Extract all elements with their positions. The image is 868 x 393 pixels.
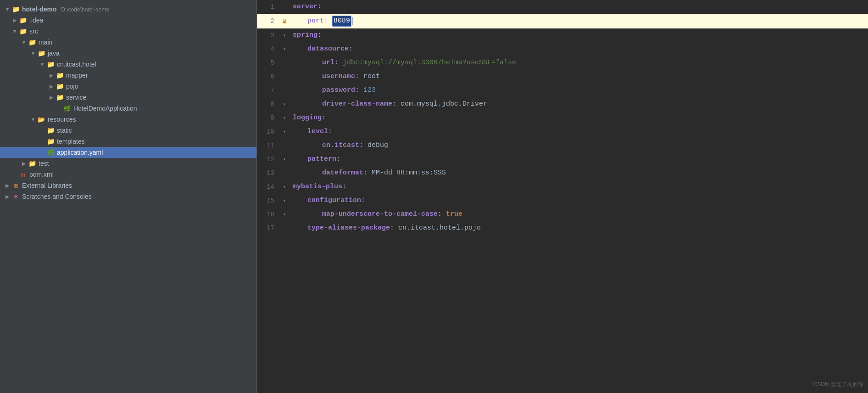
- gutter-1: [280, 0, 289, 14]
- line-content-11: cn.itcast: debug: [289, 139, 868, 152]
- line-content-15: configuration:: [289, 194, 868, 208]
- pojo-folder-icon: 📁: [55, 83, 64, 90]
- gutter-4: ▾: [280, 42, 289, 56]
- gutter-5: [280, 56, 289, 70]
- tree-item-service[interactable]: ▶ 📁 service: [0, 92, 256, 103]
- code-line-2: 2 🔒 port: 8089: [257, 14, 868, 28]
- service-label: service: [66, 94, 86, 101]
- line-num-7: 7: [257, 84, 280, 97]
- line-content-9: logging:: [289, 111, 868, 125]
- main-arrow: ▼: [20, 39, 28, 45]
- scratches-arrow: ▶: [4, 194, 11, 200]
- line-num-1: 1: [257, 0, 280, 14]
- tree-item-ext-libraries[interactable]: ▶ ▦ External Libraries: [0, 180, 256, 191]
- hotel-app-label: HotelDemoApplication: [73, 105, 137, 112]
- tree-item-application-yaml[interactable]: 🌿 application.yaml: [0, 147, 256, 158]
- gutter-16: ▾: [280, 208, 289, 221]
- gutter-12: ▾: [280, 152, 289, 166]
- templates-label: templates: [57, 138, 85, 145]
- tree-root[interactable]: ▼ 📁 hotel-demo D:\code\hotel-demo: [0, 4, 256, 15]
- code-line-15: 15 ▾ configuration:: [257, 194, 868, 208]
- java-folder-icon: 📁: [37, 50, 46, 57]
- tree-item-test[interactable]: ▶ 📁 test: [0, 158, 256, 169]
- java-arrow: ▼: [29, 51, 37, 56]
- gutter-15: ▾: [280, 194, 289, 208]
- line-num-11: 11: [257, 139, 280, 152]
- code-line-7: 7 password: 123: [257, 84, 868, 97]
- tree-item-resources[interactable]: ▼ 📂 resources: [0, 114, 256, 125]
- src-label: src: [29, 28, 38, 35]
- resources-label: resources: [48, 116, 76, 123]
- tree-item-mapper[interactable]: ▶ 📁 mapper: [0, 70, 256, 81]
- line-content-8: driver-class-name: com.mysql.jdbc.Driver: [289, 97, 868, 111]
- pojo-label: pojo: [66, 83, 78, 90]
- code-line-3: 3 ▾ spring:: [257, 28, 868, 42]
- tree-item-java[interactable]: ▼ 📁 java: [0, 48, 256, 59]
- src-folder-icon: 📁: [18, 28, 28, 35]
- line-num-17: 17: [257, 221, 280, 235]
- tree-item-main[interactable]: ▼ 📁 main: [0, 37, 256, 48]
- code-line-1: 1 server:: [257, 0, 868, 14]
- cn-itcast-folder-icon: 📁: [46, 61, 55, 68]
- ext-libraries-arrow: ▶: [4, 183, 11, 189]
- hotel-app-icon: 🌿: [62, 105, 72, 112]
- tree-item-templates[interactable]: 📁 templates: [0, 136, 256, 147]
- line-content-6: username: root: [289, 70, 868, 84]
- line-content-4: datasource:: [289, 42, 868, 56]
- tree-item-pom[interactable]: m pom.xml: [0, 169, 256, 180]
- line-num-3: 3: [257, 28, 280, 42]
- cn-itcast-arrow: ▼: [39, 62, 46, 67]
- tree-item-static[interactable]: 📁 static: [0, 125, 256, 136]
- code-line-8: 8 ▾ driver-class-name: com.mysql.jdbc.Dr…: [257, 97, 868, 111]
- idea-folder-icon: 📁: [18, 17, 28, 24]
- line-content-10: level:: [289, 125, 868, 139]
- main-label: main: [39, 39, 52, 46]
- file-tree-panel: ▼ 📁 hotel-demo D:\code\hotel-demo ▶ 📁 .i…: [0, 0, 257, 393]
- line-content-12: pattern:: [289, 152, 868, 166]
- line-content-2: port: 8089: [289, 14, 868, 28]
- templates-folder-icon: 📁: [46, 138, 55, 145]
- src-arrow: ▼: [11, 28, 18, 34]
- tree-item-idea[interactable]: ▶ 📁 .idea: [0, 15, 256, 26]
- line-content-16: map-underscore-to-camel-case: true: [289, 208, 868, 221]
- gutter-14: ▾: [280, 180, 289, 194]
- code-line-11: 11 cn.itcast: debug: [257, 139, 868, 152]
- ext-libraries-icon: ▦: [11, 183, 20, 189]
- line-content-14: mybatis-plus:: [289, 180, 868, 194]
- tree-item-cn-itcast[interactable]: ▼ 📁 cn.itcast.hotel: [0, 59, 256, 70]
- code-line-6: 6 username: root: [257, 70, 868, 84]
- code-line-14: 14 ▾ mybatis-plus:: [257, 180, 868, 194]
- line-num-2: 2: [257, 14, 280, 28]
- gutter-2: 🔒: [280, 14, 289, 28]
- root-folder-icon: 📁: [11, 6, 20, 13]
- code-line-5: 5 url: jdbc:mysql://mysql:3306/heima?use…: [257, 56, 868, 70]
- line-num-9: 9: [257, 111, 280, 125]
- gutter-13: [280, 166, 289, 180]
- tree-item-pojo[interactable]: ▶ 📁 pojo: [0, 81, 256, 92]
- pom-label: pom.xml: [29, 171, 54, 178]
- line-content-7: password: 123: [289, 84, 868, 97]
- line-num-12: 12: [257, 152, 280, 166]
- test-label: test: [39, 160, 49, 167]
- line-num-10: 10: [257, 125, 280, 139]
- watermark: CSDN @过了火的你: [813, 381, 863, 388]
- line-content-17: type-aliases-package: cn.itcast.hotel.po…: [289, 221, 868, 235]
- line-num-14: 14: [257, 180, 280, 194]
- gutter-7: [280, 84, 289, 97]
- cn-itcast-label: cn.itcast.hotel: [57, 61, 96, 68]
- root-label: hotel-demo D:\code\hotel-demo: [22, 6, 109, 13]
- test-arrow: ▶: [20, 161, 28, 167]
- mapper-label: mapper: [66, 72, 88, 79]
- resources-arrow: ▼: [29, 117, 37, 122]
- java-label: java: [48, 50, 60, 57]
- line-num-4: 4: [257, 42, 280, 56]
- gutter-9: ▾: [280, 111, 289, 125]
- line-num-8: 8: [257, 97, 280, 111]
- tree-item-scratches[interactable]: ▶ ✱ Scratches and Consoles: [0, 191, 256, 202]
- idea-label: .idea: [29, 17, 43, 24]
- static-folder-icon: 📁: [46, 127, 55, 134]
- tree-item-src[interactable]: ▼ 📁 src: [0, 26, 256, 37]
- idea-arrow: ▶: [11, 17, 18, 23]
- code-editor-panel[interactable]: 1 server: 2 🔒 port: 8089 3 ▾ spring: 4 ▾…: [257, 0, 868, 393]
- tree-item-hotel-demo-app[interactable]: 🌿 HotelDemoApplication: [0, 103, 256, 114]
